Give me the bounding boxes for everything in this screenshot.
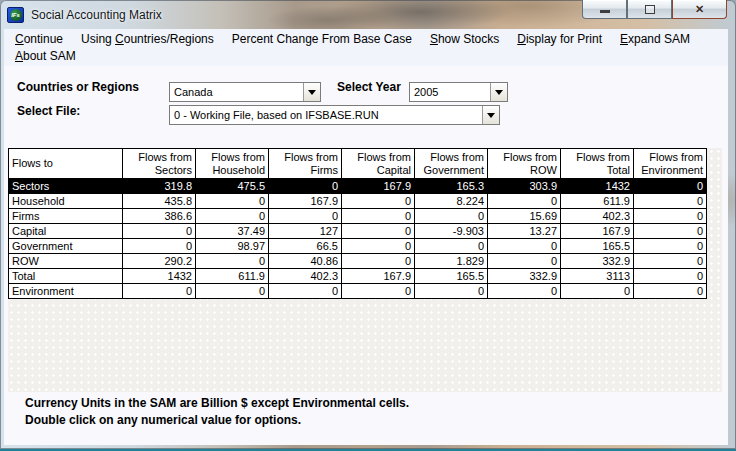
value-cell[interactable]: 0: [342, 194, 415, 209]
value-cell[interactable]: 127: [269, 224, 342, 239]
chevron-down-icon: [487, 113, 495, 118]
value-cell[interactable]: 167.9: [342, 269, 415, 284]
menu-item-continue[interactable]: Continue: [6, 31, 72, 47]
titlebar[interactable]: IFs Social Accounting Matrix ✕: [0, 0, 736, 29]
column-header[interactable]: Flows from Total: [561, 149, 634, 179]
value-cell[interactable]: 167.9: [342, 179, 415, 194]
value-cell[interactable]: 1432: [561, 179, 634, 194]
value-cell[interactable]: 475.5: [196, 179, 269, 194]
window-title: Social Accounting Matrix: [31, 8, 162, 22]
value-cell[interactable]: 167.9: [269, 194, 342, 209]
value-cell[interactable]: 0: [415, 239, 488, 254]
year-select[interactable]: 2005: [409, 82, 508, 102]
row-label[interactable]: Environment: [9, 284, 123, 299]
column-header[interactable]: Flows from Capital: [342, 149, 415, 179]
value-cell[interactable]: 0: [342, 209, 415, 224]
value-cell[interactable]: 0: [634, 284, 707, 299]
value-cell[interactable]: 332.9: [488, 269, 561, 284]
value-cell[interactable]: 290.2: [123, 254, 196, 269]
value-cell[interactable]: 0: [488, 284, 561, 299]
value-cell[interactable]: 8.224: [415, 194, 488, 209]
value-cell[interactable]: 0: [342, 239, 415, 254]
column-header[interactable]: Flows from Sectors: [123, 149, 196, 179]
value-cell[interactable]: 611.9: [561, 194, 634, 209]
row-label[interactable]: Total: [9, 269, 123, 284]
value-cell[interactable]: 303.9: [488, 179, 561, 194]
value-cell[interactable]: 0: [123, 224, 196, 239]
value-cell[interactable]: 167.9: [561, 224, 634, 239]
value-cell[interactable]: 402.3: [561, 209, 634, 224]
country-select[interactable]: Canada: [169, 82, 321, 102]
column-header[interactable]: Flows from Environment: [634, 149, 707, 179]
row-label[interactable]: Household: [9, 194, 123, 209]
value-cell[interactable]: 40.86: [269, 254, 342, 269]
value-cell[interactable]: 0: [196, 194, 269, 209]
value-cell[interactable]: 0: [269, 284, 342, 299]
value-cell[interactable]: 0: [634, 179, 707, 194]
value-cell[interactable]: 435.8: [123, 194, 196, 209]
value-cell[interactable]: 0: [634, 194, 707, 209]
value-cell[interactable]: 165.5: [415, 269, 488, 284]
value-cell[interactable]: 0: [488, 239, 561, 254]
year-dropdown-button[interactable]: [490, 83, 507, 101]
value-cell[interactable]: 0: [123, 239, 196, 254]
column-header[interactable]: Flows from Firms: [269, 149, 342, 179]
row-label[interactable]: ROW: [9, 254, 123, 269]
file-select[interactable]: 0 - Working File, based on IFSBASE.RUN: [169, 105, 500, 125]
menu-item-about-sam[interactable]: About SAM: [6, 48, 85, 64]
value-cell[interactable]: 0: [269, 179, 342, 194]
value-cell[interactable]: 386.6: [123, 209, 196, 224]
file-dropdown-button[interactable]: [482, 106, 499, 124]
value-cell[interactable]: 0: [342, 284, 415, 299]
value-cell[interactable]: 0: [269, 209, 342, 224]
menu-item-show-stocks[interactable]: Show Stocks: [421, 31, 508, 47]
value-cell[interactable]: 402.3: [269, 269, 342, 284]
close-button[interactable]: ✕: [672, 0, 727, 19]
value-cell[interactable]: 1.829: [415, 254, 488, 269]
value-cell[interactable]: 0: [488, 254, 561, 269]
value-cell[interactable]: 66.5: [269, 239, 342, 254]
row-label[interactable]: Sectors: [9, 179, 123, 194]
row-label[interactable]: Capital: [9, 224, 123, 239]
value-cell[interactable]: 332.9: [561, 254, 634, 269]
value-cell[interactable]: 0: [634, 224, 707, 239]
menu-item-expand-sam[interactable]: Expand SAM: [611, 31, 699, 47]
value-cell[interactable]: 319.8: [123, 179, 196, 194]
column-header[interactable]: Flows from Household: [196, 149, 269, 179]
menu-item-display-for-print[interactable]: Display for Print: [508, 31, 611, 47]
column-header[interactable]: Flows from ROW: [488, 149, 561, 179]
value-cell[interactable]: 0: [415, 284, 488, 299]
country-dropdown-button[interactable]: [303, 83, 320, 101]
value-cell[interactable]: 165.5: [561, 239, 634, 254]
value-cell[interactable]: 0: [196, 254, 269, 269]
row-label[interactable]: Firms: [9, 209, 123, 224]
value-cell[interactable]: 3113: [561, 269, 634, 284]
value-cell[interactable]: 37.49: [196, 224, 269, 239]
value-cell[interactable]: 0: [196, 284, 269, 299]
value-cell[interactable]: 165.3: [415, 179, 488, 194]
value-cell[interactable]: 0: [634, 254, 707, 269]
table-row: Environment00000000: [9, 284, 707, 299]
value-cell[interactable]: 98.97: [196, 239, 269, 254]
value-cell[interactable]: 0: [488, 194, 561, 209]
value-cell[interactable]: 0: [634, 269, 707, 284]
minimize-button[interactable]: [582, 0, 627, 19]
maximize-button[interactable]: [627, 0, 672, 19]
value-cell[interactable]: 611.9: [196, 269, 269, 284]
value-cell[interactable]: 0: [415, 209, 488, 224]
menu-item-percent-change-from-base-case[interactable]: Percent Change From Base Case: [223, 31, 421, 47]
row-label[interactable]: Government: [9, 239, 123, 254]
value-cell[interactable]: 13.27: [488, 224, 561, 239]
value-cell[interactable]: 1432: [123, 269, 196, 284]
value-cell[interactable]: 15.69: [488, 209, 561, 224]
value-cell[interactable]: 0: [561, 284, 634, 299]
column-header[interactable]: Flows from Government: [415, 149, 488, 179]
value-cell[interactable]: 0: [123, 284, 196, 299]
value-cell[interactable]: 0: [634, 209, 707, 224]
value-cell[interactable]: 0: [196, 209, 269, 224]
value-cell[interactable]: -9.903: [415, 224, 488, 239]
menu-item-using-countries-regions[interactable]: Using Countries/Regions: [72, 31, 223, 47]
value-cell[interactable]: 0: [342, 224, 415, 239]
value-cell[interactable]: 0: [342, 254, 415, 269]
value-cell[interactable]: 0: [634, 239, 707, 254]
